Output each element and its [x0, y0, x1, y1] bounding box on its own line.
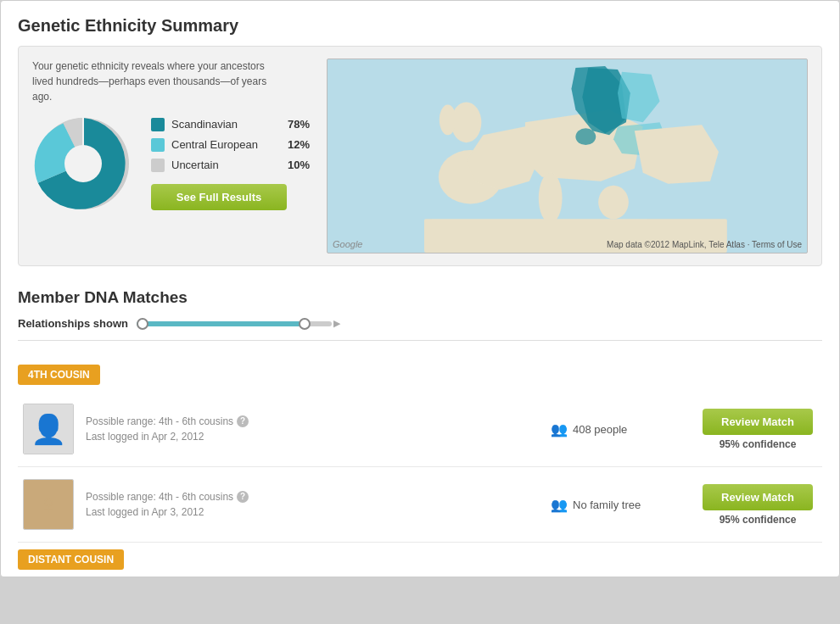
legend-color-scandinavian — [151, 118, 165, 131]
match-range-text-2: Possible range: 4th - 6th cousins — [86, 491, 233, 503]
slider-end-arrow: ▶ — [333, 318, 340, 329]
see-full-results-button[interactable]: See Full Results — [151, 184, 287, 210]
map-google-logo: Google — [333, 239, 362, 249]
category-header-distant: DISTANT COUSIN — [18, 543, 822, 577]
tree-count-2: No family tree — [573, 499, 641, 511]
legend-color-uncertain — [151, 159, 165, 172]
legend-label-central-european: Central European — [171, 138, 273, 151]
ethnicity-card: Your genetic ethnicity reveals where you… — [18, 46, 822, 266]
avatar-person-2: ♀ — [37, 488, 59, 521]
distant-cousin-badge: DISTANT COUSIN — [18, 549, 124, 570]
relationships-row: Relationships shown ▶ — [18, 317, 822, 341]
svg-point-7 — [440, 105, 456, 136]
review-match-button-2[interactable]: Review Match — [703, 484, 813, 510]
legend-item-scandinavian: Scandinavian 78% — [151, 118, 310, 131]
avatar-placeholder-1: 👤 — [24, 404, 73, 454]
slider-track[interactable] — [137, 321, 332, 326]
confidence-2: 95% confidence — [720, 514, 797, 526]
help-icon-1[interactable]: ? — [237, 415, 249, 427]
ethnicity-left: Your genetic ethnicity reveals where you… — [32, 58, 310, 214]
legend-item-central-european: Central European 12% — [151, 138, 310, 152]
avatar-silhouette-1: 👤 — [31, 412, 66, 446]
tree-count-1: 408 people — [573, 423, 627, 436]
tree-icon-1: 👥 — [551, 421, 568, 437]
relationships-label: Relationships shown — [18, 317, 128, 330]
match-actions-1: Review Match 95% confidence — [698, 409, 817, 450]
match-range-text-1: Possible range: 4th - 6th cousins — [86, 415, 233, 427]
match-logged-1: Last logged in Apr 2, 2012 — [86, 431, 539, 443]
match-tree-info-1: 👥 408 people — [551, 421, 686, 437]
match-logged-2: Last logged in Apr 3, 2012 — [86, 506, 539, 518]
svg-point-16 — [598, 186, 629, 220]
map-attribution: Map data ©2012 MapLink, Tele Atlas · Ter… — [607, 240, 802, 249]
map-svg — [328, 59, 807, 253]
match-range-2: Possible range: 4th - 6th cousins ? — [86, 491, 539, 503]
match-info-1: Possible range: 4th - 6th cousins ? Last… — [86, 415, 539, 443]
match-info-2: Possible range: 4th - 6th cousins ? Last… — [86, 491, 539, 518]
dna-section: Member DNA Matches Relationships shown ▶ — [1, 275, 839, 358]
ethnicity-title: Genetic Ethnicity Summary — [18, 16, 822, 36]
slider-thumb-right[interactable] — [299, 318, 311, 330]
match-tree-info-2: 👥 No family tree — [551, 497, 686, 513]
slider-container[interactable]: ▶ — [137, 318, 340, 329]
match-avatar-2: ♀ — [23, 479, 74, 530]
legend-pct-uncertain: 10% — [280, 159, 310, 171]
match-avatar-1: 👤 — [23, 404, 74, 454]
help-icon-2[interactable]: ? — [237, 491, 249, 503]
match-actions-2: Review Match 95% confidence — [698, 484, 817, 526]
svg-point-12 — [575, 128, 596, 145]
legend-color-central-european — [151, 138, 165, 152]
avatar-placeholder-2: ♀ — [24, 480, 73, 529]
legend-item-uncertain: Uncertain 10% — [151, 159, 310, 172]
slider-thumb-left[interactable] — [137, 318, 148, 330]
category-header-4th: 4TH COUSIN — [18, 358, 822, 392]
review-match-button-1[interactable]: Review Match — [703, 409, 813, 435]
svg-point-15 — [539, 173, 563, 223]
legend-pct-scandinavian: 78% — [280, 118, 310, 131]
confidence-1: 95% confidence — [720, 438, 797, 450]
4th-cousin-badge: 4TH COUSIN — [18, 365, 100, 385]
match-row-2: ♀ Possible range: 4th - 6th cousins ? La… — [18, 467, 822, 543]
category-4th-cousin: 4TH COUSIN 👤 Possible range: 4th - 6th c… — [1, 358, 839, 543]
dna-title: Member DNA Matches — [18, 288, 822, 307]
match-range-1: Possible range: 4th - 6th cousins ? — [86, 415, 539, 427]
legend-pct-central-european: 12% — [280, 138, 310, 151]
category-distant-cousin: DISTANT COUSIN — [1, 543, 839, 577]
pie-legend-row: Scandinavian 78% Central European 12% Un… — [32, 113, 310, 214]
legend: Scandinavian 78% Central European 12% Un… — [151, 118, 310, 210]
match-row-1: 👤 Possible range: 4th - 6th cousins ? La… — [18, 392, 822, 467]
legend-label-scandinavian: Scandinavian — [171, 118, 273, 131]
pie-chart — [32, 113, 134, 214]
ethnicity-description: Your genetic ethnicity reveals where you… — [32, 58, 270, 104]
ethnicity-section: Genetic Ethnicity Summary Your genetic e… — [1, 1, 839, 275]
page-container: Genetic Ethnicity Summary Your genetic e… — [0, 0, 840, 577]
map-area: Google Map data ©2012 MapLink, Tele Atla… — [327, 58, 808, 254]
tree-icon-2: 👥 — [551, 497, 568, 513]
legend-label-uncertain: Uncertain — [171, 159, 273, 171]
